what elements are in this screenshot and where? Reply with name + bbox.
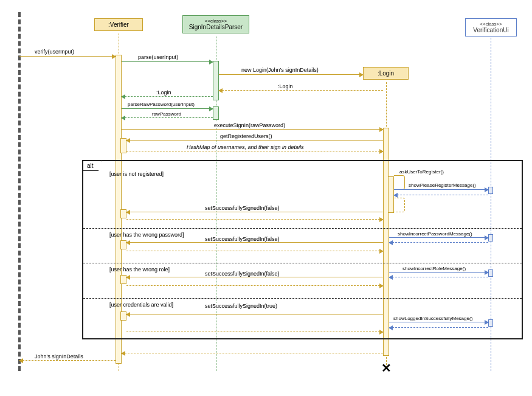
msg-settrue	[126, 314, 383, 314]
msg-settrue-ret	[126, 332, 383, 332]
label-retlogin1: :Login	[277, 83, 294, 89]
msg-showreg-ret	[394, 195, 488, 195]
msg-showrole-ret	[389, 277, 488, 277]
msg-setfalse3-ret	[126, 285, 383, 286]
sequence-diagram: :Verifier <<class>> SignInDetailsParser …	[0, 0, 532, 396]
parser-stereotype: <<class>>	[188, 18, 244, 24]
guard-4: [user credentials are valid]	[109, 302, 173, 308]
verifier-head: :Verifier	[94, 18, 143, 31]
label-showreg: showPleaseRegisterMessage()	[407, 182, 477, 188]
ui-head: <<class>> VerificationUi	[465, 18, 517, 36]
parser-activation-2	[213, 106, 219, 120]
msg-hashmap	[126, 151, 383, 151]
msg-showpwd-ret	[389, 242, 488, 243]
parser-activation-1	[213, 61, 219, 100]
msg-retlogin-final	[122, 353, 383, 353]
label-retlogin2: :Login	[155, 89, 173, 96]
msg-parseraw	[122, 108, 213, 109]
alt-label: alt	[83, 161, 102, 171]
label-parseraw: parseRawPassword(userInput)	[126, 102, 196, 107]
label-newlogin: new Login(John's signInDetails)	[240, 67, 320, 73]
msg-newlogin	[219, 74, 363, 75]
msg-setfalse3	[126, 277, 383, 277]
label-exec: executeSignIn(rawPassword)	[213, 122, 286, 128]
guard-1: [user is not registered]	[109, 171, 164, 177]
msg-exec	[122, 129, 383, 130]
msg-showrole	[389, 272, 488, 273]
msg-parse	[122, 61, 213, 62]
msg-ret-signin	[19, 360, 116, 361]
guard-3: [user has the wrong role]	[109, 266, 170, 273]
msg-setfalse1-ret	[126, 219, 383, 220]
ui-label: VerificationUi	[471, 27, 511, 33]
label-setfalse3: setSuccessfullySignedIn(false)	[204, 271, 281, 277]
label-showpwd: showIncorrectPasswordMessage()	[396, 231, 474, 237]
label-hashmap: HashMap of usernames, and their sign in …	[185, 144, 305, 150]
label-settrue: setSuccessfullySignedIn(true)	[204, 303, 278, 309]
label-setfalse2: setSuccessfullySignedIn(false)	[204, 236, 281, 242]
msg-showreg	[394, 189, 488, 190]
msg-showlogged-ret	[389, 327, 488, 328]
label-getusers: getRegisteredUsers()	[219, 133, 274, 139]
guard-2: [user has the wrong password]	[109, 232, 184, 238]
login-head: :Login	[363, 67, 409, 80]
label-rawpwd: rawPassword	[151, 111, 182, 117]
parser-label: SignInDetailsParser	[188, 24, 244, 30]
label-showlogged: showLoggedInSuccessfullyMesage()	[392, 316, 474, 321]
label-showrole: showIncorrectRoleMessage()	[401, 266, 467, 271]
verifier-label: :Verifier	[108, 21, 129, 28]
alt-div-3	[83, 298, 522, 299]
msg-showlogged	[389, 322, 488, 322]
destroy-icon: ✕	[381, 361, 392, 375]
alt-div-2	[83, 263, 522, 263]
label-ask: askUserToRegister()	[398, 169, 445, 175]
actor-lifeline	[18, 12, 21, 371]
msg-setfalse1	[126, 212, 383, 212]
msg-setfalse2	[126, 242, 383, 243]
login-label: :Login	[378, 70, 394, 77]
label-setfalse1: setSuccessfullySignedIn(false)	[204, 205, 281, 211]
msg-retlogin1	[219, 90, 383, 91]
label-verify: verify(userInput)	[33, 49, 75, 55]
label-ret-signin: John's signInDetails	[33, 353, 85, 360]
msg-retlogin2	[122, 96, 213, 97]
label-parse: parse(userInput)	[137, 54, 179, 60]
ui-stereotype: <<class>>	[471, 21, 511, 27]
msg-showpwd	[389, 237, 488, 238]
selfloop-ret	[394, 198, 405, 212]
parser-head: <<class>> SignInDetailsParser	[182, 15, 249, 33]
msg-getusers	[126, 140, 383, 141]
alt-div-1	[83, 228, 522, 229]
msg-setfalse2-ret	[126, 251, 383, 251]
selfloop-ask	[394, 175, 405, 190]
msg-verify	[19, 56, 116, 57]
msg-rawpwd	[122, 117, 213, 118]
